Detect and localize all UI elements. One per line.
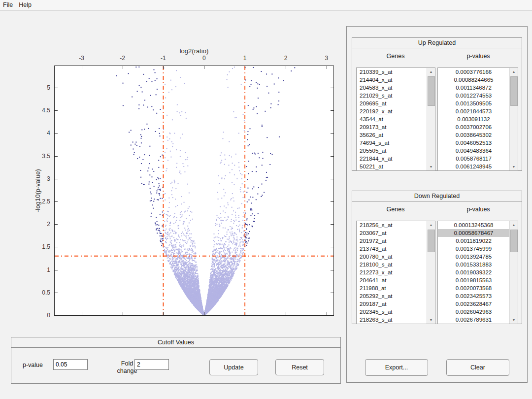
fold-change-input[interactable] [134,359,169,370]
scroll-down-icon[interactable]: ▼ [427,163,435,170]
down-pvalues-header: p-values [439,206,518,213]
gene-list-item[interactable]: 212273_x_at [357,268,427,276]
y-tick-label: 3 [20,175,50,182]
scroll-thumb[interactable] [428,230,435,252]
clear-button[interactable]: Clear [446,359,509,376]
down-genes-listbox[interactable]: 218256_s_at203067_at201972_at213743_at20… [356,221,435,324]
gene-list-item[interactable]: 218263_s_at [357,316,427,324]
gene-list-item[interactable]: 35626_at [357,131,427,139]
pvalue-list-item[interactable]: 0.0023425573 [438,292,509,300]
scroll-up-icon[interactable]: ▲ [427,68,435,75]
pvalue-list-item[interactable]: 0.0013924785 [438,253,509,261]
y-tick-label: 3.5 [20,153,50,160]
pvalue-list-item[interactable]: 0.0013509505 [438,100,509,107]
regulated-genes-panel: Up Regulated Genes p-values 210339_s_at2… [346,26,528,383]
down-pvalues-listbox[interactable]: 0.000132453680.000586784670.00118190220.… [437,221,518,324]
gene-list-item[interactable]: 214404_x_at [357,76,427,84]
gene-list-item[interactable]: 221029_s_at [357,92,427,100]
pvalue-list-item[interactable]: 0.0019039322 [438,268,509,276]
gene-list-item[interactable]: 204583_x_at [357,84,427,92]
gene-list-item[interactable]: 210339_s_at [357,68,427,76]
pvalue-list-item[interactable]: 0.00013245368 [438,221,509,229]
pvalue-list-item[interactable]: 0.0046052513 [438,139,509,147]
y-tick-label: 4 [20,130,50,136]
menu-file[interactable]: File [0,1,16,8]
gene-list-item[interactable]: 218100_s_at [357,261,427,268]
down-regulated-box: Down Regulated Genes p-values 218256_s_a… [352,191,522,324]
gene-list-item[interactable]: 204641_at [357,276,427,284]
y-tick-label: 5 [20,84,50,91]
pvalue-list-item[interactable]: 0.0021844573 [438,107,509,115]
scrollbar[interactable]: ▲ ▼ [509,68,518,170]
gene-list-item[interactable]: 50221_at [357,163,427,170]
pvalue-list-item[interactable]: 0.003091132 [438,115,509,123]
pvalue-list-item[interactable]: 0.0015331883 [438,261,509,268]
y-tick-label: 2 [20,221,50,228]
up-regulated-box: Up Regulated Genes p-values 210339_s_at2… [352,37,522,171]
export-button[interactable]: Export... [365,359,428,376]
gene-list-item[interactable]: 218256_s_at [357,221,427,229]
pvalue-list-item[interactable]: 0.0011819022 [438,237,509,245]
up-pvalues-header: p-values [439,53,518,60]
x-tick-label: 2 [284,55,288,62]
gene-list-item[interactable]: 203067_at [357,229,427,237]
down-genes-header: Genes [356,206,435,213]
y-tick-label: 1.5 [20,243,50,250]
scroll-thumb[interactable] [510,76,518,106]
gene-list-item[interactable]: 202345_s_at [357,308,427,316]
scroll-thumb[interactable] [510,230,518,252]
pvalue-list-item[interactable]: 0.0003776166 [438,68,509,76]
up-genes-header: Genes [356,53,435,60]
scroll-thumb[interactable] [428,76,435,106]
gene-list-item[interactable]: 205292_s_at [357,292,427,300]
reset-button[interactable]: Reset [275,359,324,375]
pvalue-list-item[interactable]: 0.0023628467 [438,300,509,308]
scroll-down-icon[interactable]: ▼ [510,316,518,324]
pvalue-list-item[interactable]: 0.0061248945 [438,163,509,170]
scroll-up-icon[interactable]: ▲ [510,68,518,75]
gene-list-item[interactable]: 213743_at [357,245,427,253]
update-button[interactable]: Update [209,359,258,375]
gene-list-item[interactable]: 209187_at [357,300,427,308]
gene-list-item[interactable]: 221844_x_at [357,155,427,163]
gene-list-item[interactable]: 200780_x_at [357,253,427,261]
volcano-scatter-canvas[interactable] [55,66,333,315]
gene-list-item[interactable]: 209173_at [357,123,427,131]
gene-list-item[interactable]: 201972_at [357,237,427,245]
pvalue-list-item[interactable]: 0.0019815563 [438,276,509,284]
pvalue-list-item[interactable]: 0.0037002706 [438,123,509,131]
pvalue-list-item[interactable]: 0.0038645302 [438,131,509,139]
scrollbar[interactable]: ▲ ▼ [509,221,518,324]
gene-list-item[interactable]: 211988_at [357,284,427,292]
pvalue-list-item[interactable]: 0.0058768117 [438,155,509,163]
y-tick-label: 4.5 [20,107,50,114]
cutoff-panel-title: Cutoff Values [11,337,340,348]
pvalue-list-item[interactable]: 0.00058678467 [438,229,509,237]
pvalue-list-item[interactable]: 0.0026789631 [438,316,509,324]
gene-list-item[interactable]: 209695_at [357,100,427,107]
pvalue-list-item[interactable]: 0.00088244665 [438,76,509,84]
cutoff-values-panel: Cutoff Values p-value Fold change Update… [11,337,341,384]
pvalue-list-item[interactable]: 0.0012274553 [438,92,509,100]
gene-list-item[interactable]: 74694_s_at [357,139,427,147]
y-tick-label: 0 [20,312,50,319]
scroll-up-icon[interactable]: ▲ [510,221,518,229]
menu-help[interactable]: Help [16,1,34,8]
scroll-up-icon[interactable]: ▲ [427,221,435,229]
pvalue-list-item[interactable]: 0.0049483364 [438,147,509,155]
p-value-label: p-value [23,362,43,368]
scroll-down-icon[interactable]: ▼ [427,316,435,324]
pvalue-list-item[interactable]: 0.0026042963 [438,308,509,316]
p-value-input[interactable] [53,359,88,370]
pvalue-list-item[interactable]: 0.0011346872 [438,84,509,92]
gene-list-item[interactable]: 220192_x_at [357,107,427,115]
pvalue-list-item[interactable]: 0.0013745999 [438,245,509,253]
pvalue-list-item[interactable]: 0.0020073568 [438,284,509,292]
scrollbar[interactable]: ▲ ▼ [427,68,435,170]
gene-list-item[interactable]: 205505_at [357,147,427,155]
scrollbar[interactable]: ▲ ▼ [427,221,435,324]
scroll-down-icon[interactable]: ▼ [510,163,518,170]
gene-list-item[interactable]: 43544_at [357,115,427,123]
up-genes-listbox[interactable]: 210339_s_at214404_x_at204583_x_at221029_… [356,67,435,171]
up-pvalues-listbox[interactable]: 0.00037761660.000882446650.00113468720.0… [437,67,518,171]
